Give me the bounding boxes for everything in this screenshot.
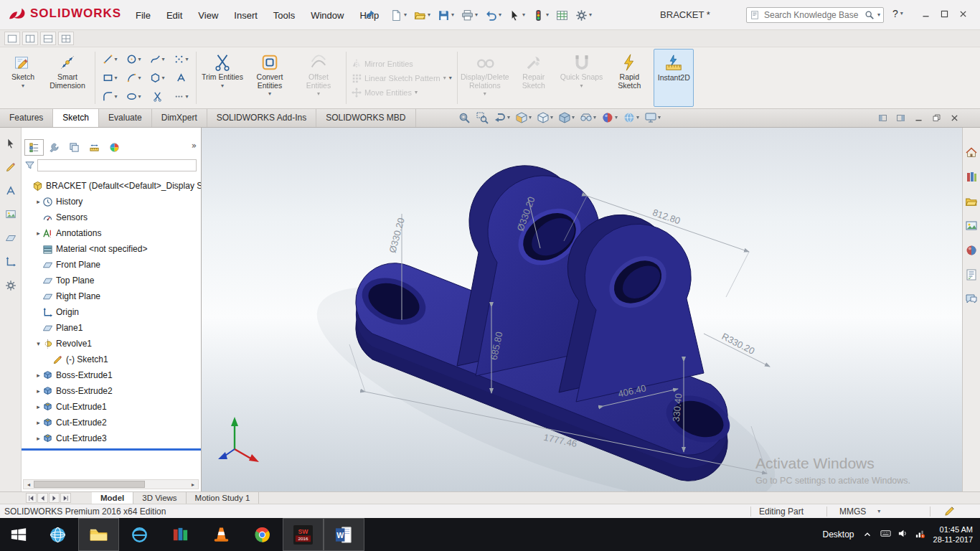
dimension-label[interactable]: Ø330.20 — [514, 195, 537, 232]
tree-item-cut-extrude3[interactable]: ▸Cut-Extrude3 — [22, 430, 201, 446]
tree-item-plane1[interactable]: Plane1 — [22, 320, 201, 336]
home-tab[interactable] — [965, 146, 978, 162]
touch-keyboard-icon[interactable] — [880, 528, 891, 542]
forum-tab[interactable] — [965, 293, 978, 309]
dots-tool-button[interactable]: ▾ — [169, 88, 193, 106]
menu-window[interactable]: Window — [303, 7, 352, 24]
spline-tool-button[interactable]: ▾ — [146, 50, 169, 69]
zoom-area-button[interactable] — [476, 111, 489, 124]
previous-view-button[interactable]: ▾ — [494, 111, 510, 124]
nav-first-button[interactable] — [26, 493, 37, 503]
tab-solidworks-add-ins[interactable]: SOLIDWORKS Add-Ins — [207, 109, 316, 127]
text-tool-button[interactable] — [5, 185, 17, 199]
graphics-viewport[interactable]: Ø330.20Ø330.20812.80685.80R330.20406.403… — [202, 128, 962, 491]
dimension-label[interactable]: 330.40 — [670, 392, 684, 422]
nav-prev-button[interactable] — [37, 493, 48, 503]
tray-expand-icon[interactable] — [862, 529, 872, 540]
zoom-fit-button[interactable] — [458, 111, 471, 124]
filter-icon[interactable] — [24, 160, 35, 171]
vlc-taskbar-button[interactable] — [201, 518, 242, 551]
viewport-single-button[interactable] — [4, 32, 20, 45]
menu-file[interactable]: File — [128, 7, 159, 24]
expand-arrow-icon[interactable]: ▸ — [34, 198, 42, 205]
tree-item-cut-extrude2[interactable]: ▸Cut-Extrude2 — [22, 415, 201, 430]
tree-item-front-plane[interactable]: Front Plane — [22, 257, 201, 273]
tree-horizontal-scrollbar[interactable]: ◂ ▸ — [23, 479, 199, 489]
tab-solidworks-mbd[interactable]: SOLIDWORKS MBD — [316, 109, 415, 127]
search-dropdown-caret-icon[interactable]: ▾ — [877, 12, 880, 18]
expand-arrow-icon[interactable]: ▸ — [34, 419, 42, 426]
dimension-label[interactable]: 685.80 — [489, 331, 505, 361]
ie-taskbar-button[interactable] — [119, 518, 160, 551]
point-tool-button[interactable]: ▾ — [169, 50, 193, 69]
dimension-label[interactable]: R330.20 — [720, 331, 757, 357]
view-settings-button[interactable]: ▾ — [644, 111, 661, 124]
file-explorer-taskbar-button[interactable] — [78, 518, 119, 551]
units-selector[interactable]: MMGS ▾ — [839, 504, 880, 519]
plane-tool-button[interactable] — [5, 232, 17, 247]
arc-tool-button[interactable]: ▾ — [122, 69, 146, 88]
rapid-sketch-button[interactable]: Rapid Sketch — [605, 49, 654, 107]
tree-item-sketch1[interactable]: (-) Sketch1 — [22, 352, 201, 367]
circle-tool-button[interactable]: ▾ — [122, 50, 146, 69]
rebuild-button[interactable]: ▾ — [529, 7, 552, 24]
collapse-arrow-icon[interactable]: ▾ — [34, 340, 42, 347]
minimize-button[interactable] — [914, 113, 923, 126]
solidworks-taskbar-button[interactable]: SW2016 — [283, 518, 324, 551]
expand-arrow-icon[interactable]: ▸ — [34, 403, 42, 410]
pane-left-button[interactable] — [878, 113, 887, 126]
close-button[interactable] — [950, 113, 959, 126]
books-taskbar-button[interactable] — [160, 518, 201, 551]
tab-features[interactable]: Features — [0, 109, 53, 127]
bottom-tab-model[interactable]: Model — [92, 492, 133, 504]
bottom-tab-3d-views[interactable]: 3D Views — [133, 492, 186, 504]
dimxpertmanager-tab[interactable] — [85, 139, 104, 156]
desktop-label[interactable]: Desktop — [823, 529, 854, 540]
minimize-button[interactable] — [920, 7, 932, 23]
select-cursor-tool-button[interactable] — [5, 138, 17, 152]
gear-tool-button[interactable] — [5, 280, 17, 294]
line-tool-button[interactable]: ▾ — [98, 50, 122, 69]
word-taskbar-button[interactable]: W — [324, 518, 364, 551]
appearances-tab[interactable] — [965, 244, 978, 260]
hide-items-button[interactable]: ▾ — [580, 111, 596, 124]
sketch-button[interactable]: Sketch▾ — [3, 49, 43, 107]
scroll-left-icon[interactable]: ◂ — [24, 481, 34, 488]
nav-next-button[interactable] — [49, 493, 60, 503]
restore-button[interactable] — [932, 113, 941, 126]
view-palette-tab[interactable] — [965, 220, 978, 235]
viewport-split-v-button[interactable] — [40, 32, 56, 45]
ie-desktop-taskbar-button[interactable] — [37, 518, 78, 551]
dimension-label[interactable]: 812.80 — [651, 207, 682, 226]
pin-icon[interactable] — [364, 9, 375, 20]
tab-dimxpert[interactable]: DimXpert — [152, 109, 207, 127]
tree-item-right-plane[interactable]: Right Plane — [22, 288, 201, 304]
menu-insert[interactable]: Insert — [226, 7, 265, 24]
tree-item-sensors[interactable]: Sensors — [22, 209, 201, 225]
volume-icon[interactable] — [897, 528, 908, 542]
search-input[interactable] — [763, 9, 862, 21]
propertymanager-tab[interactable] — [44, 139, 64, 156]
tree-item-cut-extrude1[interactable]: ▸Cut-Extrude1 — [22, 399, 201, 415]
design-library-tab[interactable] — [965, 171, 978, 187]
sketch-mini-tool-button[interactable] — [5, 161, 17, 176]
smart-dimension-button[interactable]: Smart Dimension — [43, 49, 92, 107]
pattern-group-caret-icon[interactable]: ▾ — [449, 75, 452, 81]
configurationmanager-tab[interactable] — [65, 139, 84, 156]
tree-filter-input[interactable] — [37, 159, 197, 171]
tree-item-history[interactable]: ▸History — [22, 194, 201, 209]
view-palette-tool-button[interactable] — [5, 209, 17, 223]
menu-tools[interactable]: Tools — [265, 7, 303, 24]
trim-entities-button[interactable]: Trim Entities▾ — [199, 49, 245, 107]
viewport-quad-button[interactable] — [58, 32, 74, 45]
help-button[interactable]: ?▾ — [892, 8, 903, 19]
tree-item-boss-extrude1[interactable]: ▸Boss-Extrude1 — [22, 367, 201, 383]
fillet-tool-button[interactable]: ▾ — [98, 88, 122, 106]
tree-item-boss-extrude2[interactable]: ▸Boss-Extrude2 — [22, 383, 201, 399]
instant2d-button[interactable]: Instant2D — [654, 49, 694, 107]
expand-arrow-icon[interactable]: ▸ — [34, 435, 42, 442]
menu-edit[interactable]: Edit — [159, 7, 190, 24]
apply-scene-button[interactable]: ▾ — [623, 111, 639, 124]
ellipse-tool-button[interactable]: ▾ — [122, 88, 146, 106]
chrome-taskbar-button[interactable] — [242, 518, 283, 551]
